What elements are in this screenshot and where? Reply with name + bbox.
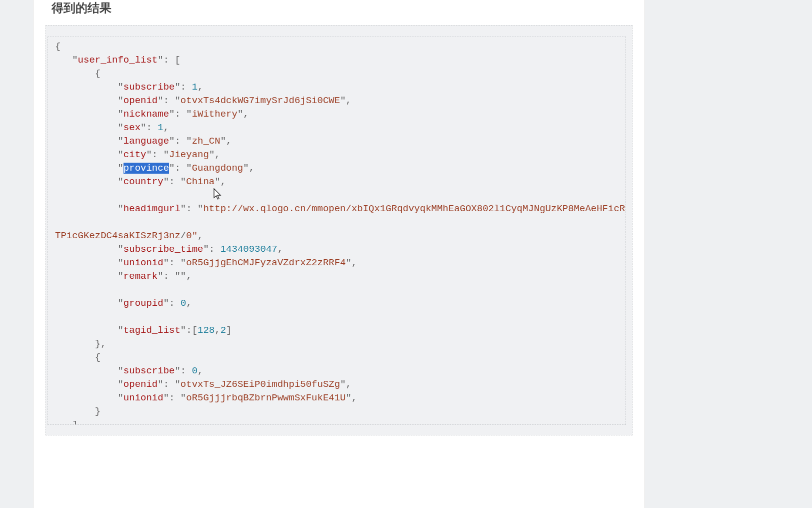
selected-text[interactable]: province [124,163,169,174]
code-block[interactable]: { "user_info_list": [ { "subscribe": 1, … [48,37,626,425]
section-heading: 得到的结果 [34,0,644,25]
code-outer-box: { "user_info_list": [ { "subscribe": 1, … [46,25,632,435]
cursor-icon [214,188,222,201]
code-inner-box[interactable]: { "user_info_list": [ { "subscribe": 1, … [48,37,626,425]
page-root: 得到的结果 { "user_info_list": [ { "subscribe… [0,0,812,508]
content-card: 得到的结果 { "user_info_list": [ { "subscribe… [33,0,645,508]
brace-open: { [55,41,60,52]
